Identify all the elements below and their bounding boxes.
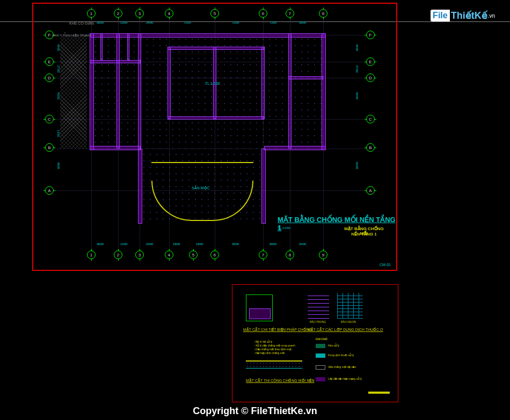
sheet-id: CM-01 <box>380 263 391 267</box>
legend-box-4 <box>316 377 325 381</box>
axis-left-a: A <box>45 186 54 195</box>
axis-top-1: 1 <box>87 9 96 18</box>
gridline-v3 <box>140 17 140 250</box>
rao-in-box <box>308 293 329 319</box>
rao-out-lines <box>337 293 363 319</box>
dim-left-3: 5600 <box>57 92 60 99</box>
dim-top-3: 2400 <box>146 21 153 24</box>
wall-bot-left <box>90 146 141 150</box>
gridline-he <box>49 62 366 62</box>
axis-bot-4b: 5 <box>189 250 198 259</box>
axis-left-d: D <box>45 73 54 82</box>
axis-bot-8: 9 <box>319 250 327 259</box>
gridline-v4 <box>169 17 170 250</box>
axis-bot-3: 3 <box>135 250 144 259</box>
legend-title: GHI CHÚ: <box>316 337 328 341</box>
legend-text-2: Dung dịch thuốc xử lý <box>328 353 354 357</box>
axis-right-f: F <box>366 31 375 39</box>
dim-left-5: 4800 <box>57 162 60 169</box>
note-1: - Bố trí hố xử lý <box>254 340 272 343</box>
legend-text-4: Lớp đất nền hiện trạng xử lý <box>328 377 362 380</box>
detail-1-fill <box>249 308 271 319</box>
side-title-2: NỀN TẦNG 1 <box>340 232 388 237</box>
dim-bot-3: 2400 <box>146 242 153 246</box>
wall-bot-right <box>264 146 326 150</box>
detail-2-title: MẶT CẮT CÁC LỚP DUNG DỊCH THUỐC O <box>308 328 383 332</box>
axis-top-5: 5 <box>210 9 219 18</box>
axis-left-b: B <box>45 143 54 152</box>
rao-in-label: RÀO TRONG <box>310 320 326 323</box>
wall-lower-right <box>261 149 266 224</box>
axis-right-e: E <box>366 57 375 66</box>
wall-lower-left <box>138 149 142 224</box>
axis-top-6: 6 <box>259 9 267 18</box>
axis-bot-5: 6 <box>210 250 219 259</box>
legend-box-2 <box>316 353 325 358</box>
section-dots <box>246 362 302 368</box>
detail-1-box <box>246 294 273 321</box>
axis-top-3: 3 <box>135 9 144 18</box>
dim-right-4: 6000 <box>355 162 359 169</box>
wall-int-h1 <box>167 47 264 50</box>
axis-right-a: A <box>366 186 375 195</box>
axis-right-d: D <box>366 73 375 82</box>
room-label: TL:1/100 <box>205 82 220 85</box>
dim-bot-5: 1800 <box>196 242 203 246</box>
dim-left-2: 2700 <box>57 65 60 72</box>
section-line-bot <box>246 368 302 369</box>
axis-top-4: 4 <box>165 9 173 18</box>
gridline-hf <box>49 35 366 35</box>
dim-bot-6: 3500 <box>232 242 239 246</box>
drawing-sheet-2: MẶT CẮT CHI TIẾT BIỆN PHÁP CHỐNG RÀO TRO… <box>232 284 398 402</box>
dim-bot-7: 3800 <box>269 242 276 246</box>
axis-right-b: B <box>366 143 375 152</box>
detail-3-title: MẶT CẮT THI CÔNG CHỐNG MỐI NỀN <box>246 379 315 383</box>
section-box <box>246 357 302 371</box>
gridline-v6 <box>263 17 264 250</box>
axis-bot-7: 8 <box>286 250 294 259</box>
axis-left-e: E <box>45 57 54 66</box>
axis-bot-4: 4 <box>165 250 173 259</box>
dim-bot-2: 1300 <box>120 242 127 246</box>
dim-right-2: 2700 <box>355 65 359 72</box>
axis-top-8: 8 <box>319 9 327 18</box>
wall-int-sm1 <box>100 33 103 60</box>
gridline-ha <box>49 190 366 191</box>
dim-top-4: 7100 <box>184 21 191 24</box>
legend-box-1 <box>316 344 325 348</box>
note-2: - Xử lý dầu chống mối xung quanh <box>254 344 295 347</box>
legend-text-3: Vữa chống mối lớp nền <box>328 365 356 369</box>
wall-right <box>322 33 326 150</box>
dim-top-1: 3600 <box>97 21 104 24</box>
section-line-top <box>246 360 302 362</box>
gridline-hc <box>49 119 366 120</box>
axis-right-c: C <box>366 115 375 123</box>
hatch-existing-building <box>60 36 87 149</box>
legend-text-1: Hào xử lý <box>328 344 339 347</box>
gridline-v5 <box>215 17 215 250</box>
axis-top-2: 2 <box>114 9 122 18</box>
stage-line <box>151 162 253 163</box>
gridline-hb <box>49 149 366 149</box>
dim-right-3: 5600 <box>355 92 359 99</box>
gridline-hd <box>49 78 366 78</box>
note-3: - Dầu chống mối theo định mức <box>254 348 292 351</box>
axis-bot-6: 7 <box>259 250 267 259</box>
detail-1-title: MẶT CẮT CHI TIẾT BIỆN PHÁP CHỐNG <box>243 328 312 332</box>
dim-top-5: 7200 <box>232 21 239 24</box>
label-nha: NHÀ Y TỈNH HIỆN TRẠNG <box>52 33 91 37</box>
dim-top-6: 7200 <box>269 21 276 24</box>
copyright-text: Copyright © FileThietKe.vn <box>0 406 510 417</box>
dim-bot-8: 3400 <box>299 242 306 246</box>
dim-bot-4: 1800 <box>173 242 180 246</box>
dim-bot-1: 3600 <box>97 242 104 246</box>
logo-thietke-part: ThiếtKế <box>451 10 487 21</box>
logo-file-part: File <box>431 10 450 21</box>
rao-in-lines <box>308 293 329 319</box>
rao-out-label: RÀO NGOÀI <box>341 320 356 323</box>
label-khe: KHE CO GIÃN <box>69 21 94 25</box>
logo: File ThiếtKế .vn <box>431 10 495 21</box>
axis-top-7: 7 <box>286 9 294 18</box>
wall-left <box>90 33 94 150</box>
drawing-scale: TL:1/150 <box>278 226 290 230</box>
